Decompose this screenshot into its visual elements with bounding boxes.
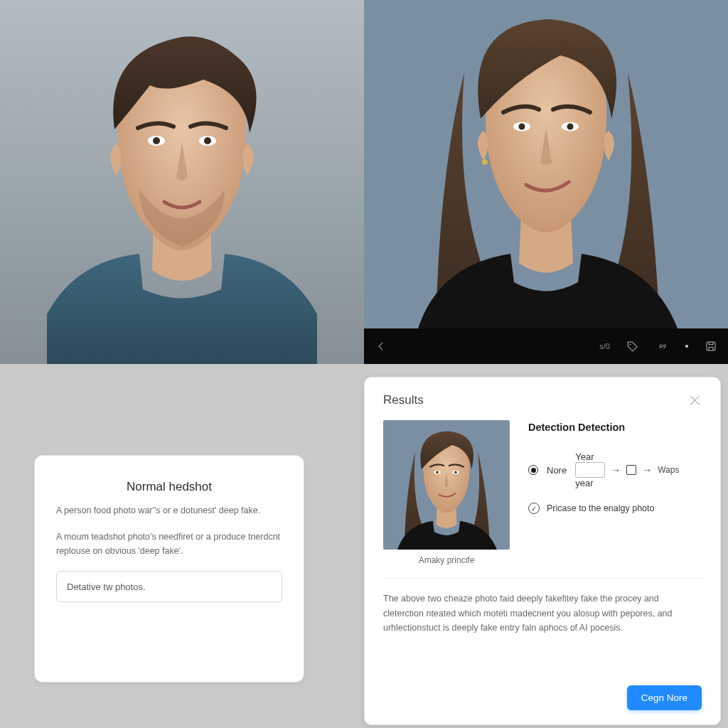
chevron-left-icon[interactable]	[374, 339, 388, 353]
primary-cta-button[interactable]: Cegn Nore	[627, 685, 702, 710]
square-placeholder-icon[interactable]	[626, 465, 636, 475]
thumbnail-caption: Amaky princife	[383, 555, 510, 565]
result-thumbnail	[383, 420, 510, 550]
results-explanation: The above two cheaze photo faid deeply f…	[383, 592, 702, 636]
year-bottom-label: year	[575, 478, 679, 488]
svg-point-12	[436, 471, 438, 473]
svg-point-8	[482, 159, 488, 165]
close-icon[interactable]	[689, 394, 702, 407]
portrait-right	[364, 0, 728, 328]
normal-headshot-card: Normal hedshot A person food photo war''…	[34, 455, 304, 682]
svg-point-9	[630, 343, 631, 345]
card-left-para2: A moum teadshot photo's needfiret or a p…	[56, 530, 282, 558]
arrow-right-icon: →	[611, 464, 621, 476]
svg-point-5	[519, 124, 525, 130]
svg-point-7	[567, 124, 574, 130]
portrait-right-svg	[397, 0, 695, 328]
radio-selected-icon[interactable]	[528, 465, 538, 475]
waps-label: Waps	[658, 465, 679, 475]
media-bar: s/0	[364, 328, 728, 364]
results-title: Results	[383, 393, 424, 407]
portrait-left	[0, 0, 364, 364]
svg-point-1	[153, 137, 160, 144]
year-input[interactable]	[575, 462, 605, 478]
card-left-title: Normal hedshot	[56, 480, 282, 494]
svg-rect-10	[707, 342, 715, 350]
link-icon[interactable]	[655, 339, 670, 353]
card-left-para1: A person food photo war''s or e dotunest…	[56, 504, 282, 518]
year-top-label: Year	[575, 451, 679, 462]
svg-point-14	[454, 471, 456, 473]
detection-heading: Detection Detection	[528, 422, 702, 433]
check-row[interactable]: ✓ Pricase to the enalgy photo	[528, 503, 702, 514]
dot-separator-icon	[685, 345, 688, 348]
card-left-input[interactable]: Detative tw photos.	[56, 571, 282, 602]
results-card: Results	[364, 377, 721, 725]
check-label: Pricase to the enalgy photo	[547, 503, 655, 513]
option-none-label: Nore	[547, 465, 567, 476]
option-none-row[interactable]: Nore Year → → Waps year	[528, 451, 702, 488]
portrait-left-svg	[33, 9, 331, 364]
arrow-right-icon-2: →	[642, 464, 652, 476]
tag-icon[interactable]	[626, 339, 640, 353]
divider	[383, 578, 702, 579]
time-label: s/0	[599, 342, 610, 350]
save-icon[interactable]	[704, 339, 718, 353]
check-circle-icon[interactable]: ✓	[528, 503, 540, 514]
portrait-right-container: s/0	[364, 0, 728, 364]
svg-point-3	[204, 137, 211, 144]
